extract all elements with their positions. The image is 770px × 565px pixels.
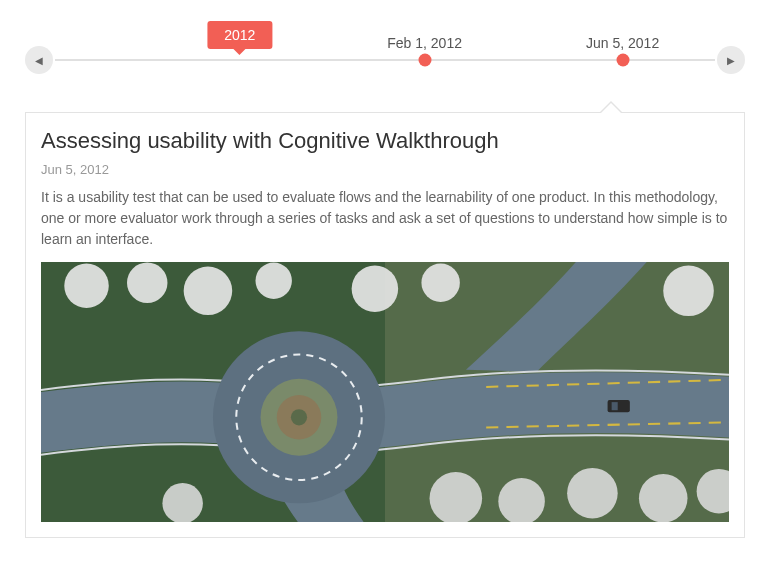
timeline-event-dot[interactable] xyxy=(616,54,629,67)
svg-point-6 xyxy=(291,409,307,425)
timeline-event-dot[interactable] xyxy=(418,54,431,67)
timeline: ◀ 2012 Feb 1, 2012 Jun 5, 2012 ▶ xyxy=(25,0,745,112)
timeline-event-label: Feb 1, 2012 xyxy=(387,35,462,51)
timeline-event[interactable]: Feb 1, 2012 xyxy=(418,54,431,67)
year-badge: 2012 xyxy=(207,21,272,49)
card-image xyxy=(41,262,729,522)
timeline-event-label: Jun 5, 2012 xyxy=(586,35,659,51)
timeline-year-marker: 2012 xyxy=(207,21,272,49)
svg-point-21 xyxy=(162,483,202,522)
timeline-track: 2012 Feb 1, 2012 Jun 5, 2012 xyxy=(55,59,715,61)
svg-point-14 xyxy=(421,264,459,302)
svg-rect-22 xyxy=(608,400,630,412)
card-body: It is a usability test that can be used … xyxy=(41,187,729,250)
card-title: Assessing usability with Cognitive Walkt… xyxy=(41,128,729,154)
svg-point-12 xyxy=(255,262,291,298)
timeline-event[interactable]: Jun 5, 2012 xyxy=(616,54,629,67)
card-date: Jun 5, 2012 xyxy=(41,162,729,177)
svg-point-15 xyxy=(663,266,714,317)
svg-point-13 xyxy=(352,266,399,313)
svg-rect-23 xyxy=(612,402,618,410)
svg-point-11 xyxy=(184,267,233,316)
svg-point-19 xyxy=(639,474,688,522)
timeline-prev-button[interactable]: ◀ xyxy=(25,46,53,74)
svg-point-10 xyxy=(127,262,167,302)
svg-point-18 xyxy=(567,468,618,519)
svg-point-9 xyxy=(64,264,109,309)
timeline-next-button[interactable]: ▶ xyxy=(717,46,745,74)
content-card: Assessing usability with Cognitive Walkt… xyxy=(25,112,745,538)
